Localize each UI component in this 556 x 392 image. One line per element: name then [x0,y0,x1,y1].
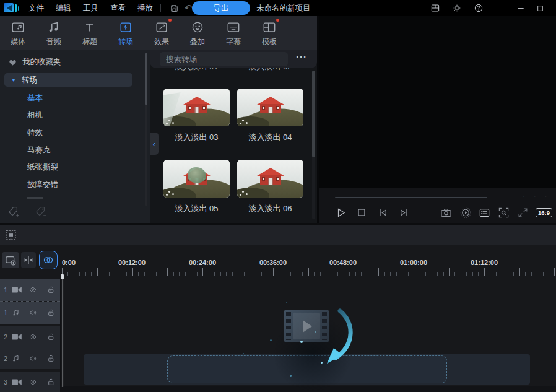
save-icon [170,4,179,13]
drop-arrow-icon [266,303,365,372]
minimize-button[interactable] [514,1,528,15]
track-lock-toggle[interactable] [47,308,55,317]
track-number: 1 [2,287,9,294]
timeline-section: 0:00 00:12:00 00:24:00 00:36:00 00:48:00… [0,223,556,392]
new-badge [168,19,172,22]
fullscreen-button[interactable] [516,206,530,219]
track-number: 2 [2,355,9,362]
save-button[interactable] [167,1,181,15]
more-options-button[interactable]: ··· [296,51,307,62]
render-preview-button[interactable] [459,206,472,219]
previous-frame-icon [377,207,389,219]
tab-overlays[interactable]: 叠加 [180,16,215,50]
track-header-audio-1: 1 [0,302,60,324]
aspect-ratio-button[interactable]: 16:9 [536,208,552,217]
chevron-down-icon: ▼ [11,77,16,83]
close-button[interactable] [552,1,556,15]
track-lock-toggle[interactable] [47,354,55,363]
gear-icon [452,3,462,13]
sparkle-dot [290,375,292,377]
sidebar-group-transitions[interactable]: ▼ 转场 [4,73,132,87]
sidebar-item-camera[interactable]: 相机 [27,110,43,121]
clipped-label: 淡入淡出 02 [237,68,303,71]
menu-file[interactable]: 文件 [28,3,44,14]
play-button[interactable] [334,206,347,219]
ruler-label: 00:12:00 [118,259,146,266]
clipped-label: 淡入淡出 01 [163,68,230,71]
track-mute-toggle[interactable] [28,309,38,317]
snap-toggle-button[interactable] [21,252,36,268]
auto-ripple-toggle-button[interactable] [39,251,58,269]
track-visibility-toggle[interactable] [28,333,37,341]
remove-tag-icon[interactable] [35,206,47,218]
sidebar-scrollbar-thumb[interactable] [145,53,147,105]
track-lock-toggle[interactable] [47,333,55,341]
maximize-button[interactable] [533,1,547,15]
tab-effects[interactable]: 效果 [144,16,180,50]
manage-tracks-button[interactable] [4,228,17,242]
track-mute-toggle[interactable] [28,354,38,362]
transition-card-fade-03[interactable] [163,89,230,126]
menu-edit[interactable]: 编辑 [56,3,71,14]
collapse-sidebar-button[interactable]: ‹ [150,133,159,155]
help-button[interactable] [472,1,485,15]
display-settings-button[interactable] [478,206,492,219]
tab-label: 媒体 [11,37,25,47]
transition-card-fade-05[interactable] [163,160,230,198]
search-input[interactable] [160,52,288,66]
template-icon [263,20,276,34]
settings-button[interactable] [450,1,464,15]
sidebar-item-glitch[interactable]: 故障交错 [27,180,58,190]
add-media-to-track-button[interactable] [2,252,19,268]
playhead[interactable] [61,274,64,387]
track-number: 3 [2,378,9,385]
unlock-icon [47,285,55,294]
transition-label: 淡入淡出 04 [237,132,303,143]
tab-label: 字幕 [226,37,241,47]
music-note-icon [47,20,61,34]
layout-button[interactable] [428,1,442,15]
timeline-ruler[interactable] [62,268,556,277]
transitions-scrollbar [312,71,315,219]
tab-audio[interactable]: 音频 [36,16,72,50]
tab-media[interactable]: 媒体 [0,16,36,50]
timeline-toolbar-strip [0,225,556,245]
menu-play[interactable]: 播放 [137,3,153,14]
transitions-scrollbar-thumb[interactable] [312,71,315,157]
tab-transitions[interactable]: 转场 [108,16,144,50]
sidebar-item-paper-tear[interactable]: 纸张撕裂 [27,162,58,173]
track-visibility-toggle[interactable] [28,286,37,294]
sidebar-item-basic[interactable]: 基本 [27,93,43,103]
tab-titles[interactable]: 标题 [72,16,108,50]
tab-templates[interactable]: 模板 [251,16,287,50]
menu-view[interactable]: 查看 [110,3,126,14]
tab-subtitles[interactable]: 字幕 [215,16,251,50]
transition-card-fade-04[interactable] [237,89,303,126]
preview-timecode: --:--:--:-- [515,193,556,201]
preview-seek-bar[interactable] [335,197,487,198]
sidebar-item-mosaic[interactable]: 马赛克 [27,145,51,155]
export-button[interactable]: 导出 [192,1,250,15]
zoom-fit-button[interactable] [497,206,511,219]
transition-card-fade-06[interactable] [237,160,303,198]
eye-icon [28,286,37,294]
ruler-label: 00:48:00 [329,259,357,266]
stop-button[interactable] [355,206,368,219]
track-visibility-toggle[interactable] [28,378,37,386]
track-lock-toggle[interactable] [47,285,55,294]
list-icon [479,207,490,219]
sidebar-favorites[interactable]: 我的收藏夹 [9,56,141,69]
snapshot-button[interactable] [440,206,453,219]
next-frame-button[interactable] [397,206,410,219]
sidebar-item-fx[interactable]: 特效 [27,128,43,138]
add-tag-icon[interactable] [7,206,20,218]
previous-frame-button[interactable] [376,206,389,219]
video-track-icon [12,333,22,341]
tag-buttons [7,206,47,218]
menu-tools[interactable]: 工具 [83,3,98,14]
track-lock-toggle[interactable] [47,378,55,386]
tab-label: 模板 [262,37,277,47]
track-header-video-3: 3 [0,372,60,392]
camera-icon [440,207,452,219]
track-number: 2 [2,333,9,340]
